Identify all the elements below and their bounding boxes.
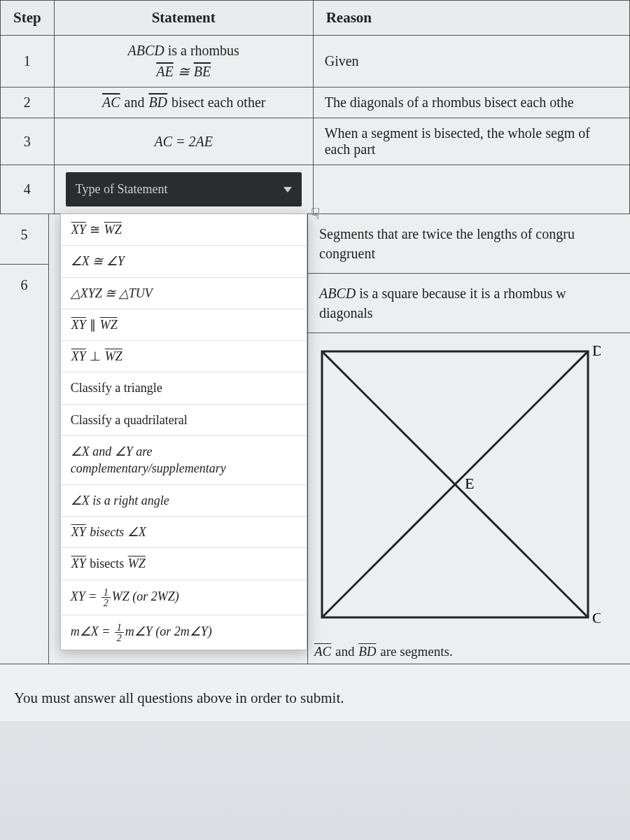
reason-cell: The diagonals of a rhombus bisect each o…: [313, 88, 629, 118]
step-number: 5: [0, 214, 48, 265]
diagram: D C E: [308, 333, 630, 634]
chevron-down-icon: [284, 187, 292, 192]
table-row: 1 ABCD is a rhombus AE ≅ BE Given: [1, 36, 630, 88]
vertex-d-label: D: [592, 343, 601, 359]
diagram-caption: AC and BD are segments.: [308, 634, 630, 664]
statement-cell: Type of Statement ☟ XY ≅ WZ ∠X ≅ ∠Y △XYZ…: [54, 165, 313, 214]
center-e-label: E: [465, 475, 474, 492]
dropdown-menu: XY ≅ WZ ∠X ≅ ∠Y △XYZ ≅ △TUV XY ∥ WZ XY ⊥…: [60, 214, 307, 650]
dropdown-option-segment-congruent[interactable]: XY ≅ WZ: [61, 214, 307, 246]
square-abcd-icon: D C E: [314, 343, 601, 630]
reason-cell: [313, 165, 629, 214]
dropdown-placeholder: Type of Statement: [76, 182, 168, 197]
dropdown-option-classify-triangle[interactable]: Classify a triangle: [61, 372, 307, 404]
reason-column: Segments that are twice the lengths of c…: [308, 214, 630, 664]
dropdown-option-half-segment[interactable]: XY = 12WZ (or 2WZ): [61, 580, 307, 615]
dropdown-option-parallel[interactable]: XY ∥ WZ: [61, 309, 307, 341]
dropdown-option-bisect-angle[interactable]: XY bisects ∠X: [61, 517, 307, 548]
dropdown-option-complementary[interactable]: ∠X and ∠Y are complementary/supplementar…: [61, 436, 307, 485]
dropdown-option-perpendicular[interactable]: XY ⊥ WZ: [61, 341, 307, 372]
step-column: 5 6: [0, 214, 49, 664]
dropdown-option-angle-congruent[interactable]: ∠X ≅ ∠Y: [61, 246, 307, 277]
vertex-c-label: C: [592, 609, 601, 626]
header-statement: Statement: [54, 1, 313, 36]
reason-cell: Segments that are twice the lengths of c…: [308, 214, 630, 274]
table-row: 2 AC and BD bisect each other The diagon…: [1, 88, 630, 118]
step-number: 2: [1, 88, 55, 118]
dropdown-option-bisect-segment[interactable]: XY bisects WZ: [61, 548, 307, 580]
type-of-statement-dropdown[interactable]: Type of Statement: [66, 172, 302, 206]
step-number: 6: [0, 265, 48, 664]
reason-cell: ABCD is a square because it is a rhombus…: [308, 274, 630, 333]
step-number: 3: [1, 118, 55, 165]
step-number: 4: [1, 165, 55, 214]
submission-note: You must answer all questions above in o…: [0, 664, 630, 721]
reason-cell: When a segment is bisected, the whole se…: [313, 118, 629, 165]
step-number: 1: [1, 36, 55, 88]
table-row: 4 Type of Statement ☟ XY ≅ WZ ∠X ≅ ∠Y △X…: [1, 165, 630, 214]
statement-cell: ABCD is a rhombus AE ≅ BE: [54, 36, 313, 88]
dropdown-option-triangle-congruent[interactable]: △XYZ ≅ △TUV: [61, 278, 307, 309]
statement-cell: AC = 2AE: [54, 118, 313, 165]
header-reason: Reason: [313, 1, 629, 36]
table-row: 3 AC = 2AE When a segment is bisected, t…: [1, 118, 630, 165]
cursor-icon: ☟: [311, 205, 320, 223]
header-step: Step: [1, 1, 55, 36]
dropdown-option-half-angle[interactable]: m∠X = 12m∠Y (or 2m∠Y): [61, 615, 307, 650]
statement-cell: AC and BD bisect each other: [54, 88, 313, 118]
reason-cell: Given: [313, 36, 629, 88]
proof-table: Step Statement Reason 1 ABCD is a rhombu…: [0, 0, 630, 214]
dropdown-option-right-angle[interactable]: ∠X is a right angle: [61, 485, 307, 517]
dropdown-option-classify-quad[interactable]: Classify a quadrilateral: [61, 405, 307, 436]
